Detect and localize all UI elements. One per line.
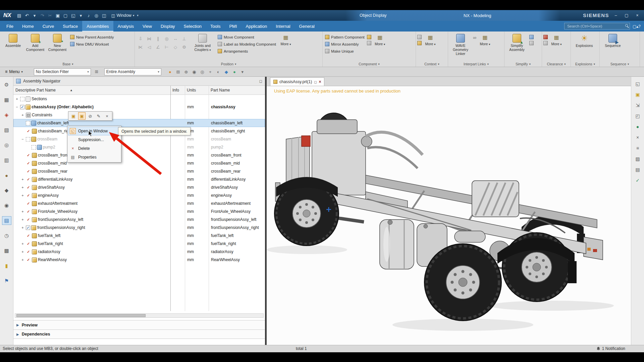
row-check-icon[interactable]: ✓ xyxy=(26,257,31,262)
preview-section[interactable]: ▶ Preview xyxy=(13,320,265,329)
snap-point-icon[interactable]: ⊕ xyxy=(182,69,190,74)
tree-row-pump2[interactable]: pump2mmpump2 xyxy=(13,143,265,151)
row-check-icon[interactable]: ✓ xyxy=(26,226,30,230)
tree-row-crossbeam-rear[interactable]: ✓crossBeam_rearmmcrossBeam_rear xyxy=(13,167,265,175)
show-only-icon[interactable]: ▣ xyxy=(78,112,86,120)
part-navigator-icon[interactable]: ▦ xyxy=(2,96,11,104)
edit-suppression-icon[interactable] xyxy=(367,41,371,45)
row-check-icon[interactable]: ✓ xyxy=(26,169,31,174)
tab-close-icon[interactable]: × xyxy=(319,79,321,84)
window-icon[interactable]: ◱ xyxy=(634,80,642,87)
tree-row-radiatorassy[interactable]: +✓radiatorAssymmradiatorAssy xyxy=(13,248,265,256)
column-descriptive-part-name[interactable]: Descriptive Part Name ▲ xyxy=(13,88,170,93)
menu-tab-assemblies[interactable]: Assemblies xyxy=(82,21,113,32)
notification-button[interactable]: 1 Notification xyxy=(596,346,625,351)
row-check-icon[interactable]: ✓ xyxy=(26,201,31,206)
row-check-icon[interactable] xyxy=(20,97,24,101)
pattern-component-button[interactable]: Pattern Component xyxy=(324,34,366,41)
tree-row-frontaxle-wheelassy[interactable]: +✓FrontAxle_WheelAssymmFrontAxle_WheelAs… xyxy=(13,207,265,216)
quadrant-point-icon[interactable]: ● xyxy=(230,69,238,74)
ribbon-group-simplify-label[interactable]: Simplify▾ xyxy=(504,61,542,66)
expand-toggle-icon[interactable]: − xyxy=(20,137,25,141)
close-button[interactable]: × xyxy=(632,10,643,21)
row-check-icon[interactable] xyxy=(32,145,36,149)
simplify-option-icon[interactable] xyxy=(529,35,534,39)
column-info[interactable]: Info xyxy=(170,88,185,93)
checker-icon[interactable]: ▩ xyxy=(2,247,11,255)
shaded-sphere-icon[interactable]: ● xyxy=(634,123,642,130)
constraint-perpendicular-icon[interactable]: ⊢ xyxy=(162,43,171,51)
tree-row-engineassy[interactable]: +✓engineAssymmengineAssy xyxy=(13,191,265,199)
edit-icon[interactable]: ✎ xyxy=(95,112,102,120)
arrangements-button[interactable]: Arrangements xyxy=(217,48,277,55)
constraint-align-icon[interactable]: ⋈ xyxy=(145,35,154,43)
settings-gear-icon[interactable]: ⚙ xyxy=(2,81,11,89)
menu-tab-general[interactable]: General xyxy=(295,21,319,32)
ribbon-group-sequence-label[interactable]: Sequence▾ xyxy=(600,61,640,66)
delete-icon[interactable]: × xyxy=(103,112,111,120)
assembly-tree-icon[interactable]: ▣ xyxy=(634,91,642,98)
export-view-icon[interactable]: ▨ xyxy=(634,155,642,163)
context-menu-item-suppression[interactable]: Suppression... xyxy=(68,135,120,144)
menu-tab-analysis[interactable]: Analysis xyxy=(113,21,138,32)
row-check-icon[interactable]: ✓ xyxy=(26,129,31,134)
menu-tab-curve[interactable]: Curve xyxy=(38,21,59,32)
constraint-navigator-icon[interactable]: ◈ xyxy=(2,111,11,119)
explosions-button[interactable]: ☀ Explosions xyxy=(572,33,596,48)
close-view-icon[interactable]: × xyxy=(634,134,642,141)
constraint-fix-icon[interactable]: ⊥ xyxy=(180,35,189,43)
restore-button[interactable]: ▢ xyxy=(621,10,632,21)
tree-row-driveshaftassy[interactable]: +✓driveShaftAssymmdriveShaftAssy xyxy=(13,183,265,191)
engine-red-component[interactable] xyxy=(302,136,310,146)
reuse-library-icon[interactable]: ▥ xyxy=(2,156,11,164)
ribbon-group-position-label[interactable]: Position▾ xyxy=(135,61,322,66)
minimize-button[interactable]: – xyxy=(610,10,621,21)
column-units[interactable]: Units xyxy=(185,88,209,93)
new-dmu-workset-button[interactable]: New DMU Workset xyxy=(69,41,115,48)
filter-options-icon[interactable]: ⊞ xyxy=(93,69,100,74)
row-check-icon[interactable]: ✓ xyxy=(26,217,31,222)
ribbon-group-base-label[interactable]: Base▾ xyxy=(1,61,135,66)
3d-viewport[interactable]: Using EAP license. Any parts saved canno… xyxy=(267,86,631,345)
position-more-button[interactable]: ▦ More ▾ xyxy=(278,33,293,46)
menu-tab-application[interactable]: Application xyxy=(241,21,272,32)
tree-row-chassisbeam-left[interactable]: chassisBeam_leftmmchassisBeam_left xyxy=(13,119,265,127)
tree-row-differentiallinkassy[interactable]: +✓differentialLinkAssymmdifferentialLink… xyxy=(13,175,265,183)
expand-toggle-icon[interactable]: + xyxy=(15,97,19,101)
ribbon-group-context-label[interactable]: Context▾ xyxy=(416,61,448,66)
wave-geometry-linker-button[interactable]: WAVE Geometry Linker xyxy=(449,33,472,56)
row-check-icon[interactable]: ✓ xyxy=(26,153,31,158)
tree-row-chassisassy-order-alphabetic[interactable]: −✓chassisAssy (Order: Alphabetic)mmchass… xyxy=(13,103,265,111)
suppress-component-icon[interactable] xyxy=(367,35,371,39)
show-component-icon[interactable]: ▣ xyxy=(70,112,77,120)
bookmark-icon[interactable]: ⚑ xyxy=(2,277,11,285)
constraint-concentric-icon[interactable]: ◎ xyxy=(162,35,171,43)
clock-icon[interactable]: ◷ xyxy=(2,232,11,240)
context-more-button[interactable]: ▦ More ▾ xyxy=(423,33,438,46)
copy-icon[interactable]: ▣ xyxy=(54,13,62,18)
menu-tab-pmi[interactable]: PMI xyxy=(225,21,241,32)
clearance-analysis-icon[interactable] xyxy=(543,35,548,39)
tools-icon[interactable]: ◆ xyxy=(2,186,11,194)
expand-toggle-icon[interactable]: + xyxy=(20,193,25,197)
paste-icon[interactable]: ▢ xyxy=(62,13,69,18)
sequence-button[interactable]: ▶ Sequence xyxy=(601,33,625,48)
row-check-icon[interactable]: ✓ xyxy=(26,193,31,198)
tree-row-frontsuspensionassy-left[interactable]: +✓frontSuspensionAssy_leftmmfrontSuspens… xyxy=(13,216,265,224)
add-component-button[interactable]: + Add Component xyxy=(25,33,46,52)
tree-row-crossbeam[interactable]: −crossBeammmcrossBeam xyxy=(13,135,265,143)
menu-tab-internal[interactable]: Internal xyxy=(271,21,294,32)
row-check-icon[interactable]: ✓ xyxy=(26,209,31,214)
ribbon-group-interpart-links-label[interactable]: Interpart Links▾ xyxy=(448,61,504,66)
air-tank[interactable] xyxy=(454,231,485,242)
constraint-gear-icon[interactable]: ⚙ xyxy=(180,43,189,51)
constraint-angle-icon[interactable]: ∠ xyxy=(154,43,162,51)
tab-float-icon[interactable]: ◻ xyxy=(314,80,317,84)
expand-toggle-icon[interactable]: + xyxy=(20,250,25,254)
exhaust-aftertreatment-box[interactable] xyxy=(472,181,519,217)
expand-toggle-icon[interactable]: + xyxy=(20,218,25,222)
alerts-icon[interactable]: ◎ xyxy=(2,141,11,149)
row-check-icon[interactable]: ✓ xyxy=(26,177,31,182)
fuel-tank-left[interactable] xyxy=(380,220,414,269)
menu-tab-selection[interactable]: Selection xyxy=(179,21,206,32)
